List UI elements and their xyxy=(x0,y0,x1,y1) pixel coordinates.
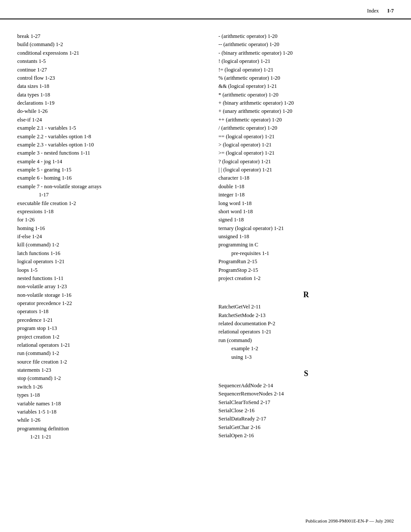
list-item: example 6 - homing 1-16 xyxy=(17,174,193,182)
list-item: ternary (logical operator) 1-21 xyxy=(218,224,394,233)
list-item: relational operators 1-21 xyxy=(218,328,394,336)
list-item: if-else 1-24 xyxy=(17,233,193,241)
list-item: % (arithmetic operator) 1-20 xyxy=(218,74,394,82)
list-item: build (command) 1-2 xyxy=(17,40,193,49)
left-column: break 1-27build (command) 1-2conditional… xyxy=(17,32,199,441)
list-item: ? (logical operator) 1-21 xyxy=(218,158,394,166)
list-item: 1-21 1-21 xyxy=(17,433,193,441)
list-item: character 1-18 xyxy=(218,174,394,182)
list-item: control flow 1-23 xyxy=(17,74,193,82)
list-item: 1-17 xyxy=(17,191,193,199)
page: Index I-7 break 1-27build (command) 1-2c… xyxy=(0,0,411,532)
list-item: example 3 - nested functions 1-11 xyxy=(17,149,193,157)
footer-publication: Publication 2098-PM001E-EN-P — July 2002 xyxy=(305,518,394,523)
list-item: SerialGetChar 2-16 xyxy=(218,423,394,432)
list-item: else-if 1-24 xyxy=(17,116,193,124)
list-item: homing 1-16 xyxy=(17,224,193,233)
list-item: types 1-18 xyxy=(17,391,193,399)
list-item: SerialOpen 2-16 xyxy=(218,432,394,440)
list-item: example 7 - non-volatile storage arrays xyxy=(17,183,193,191)
main-content: break 1-27build (command) 1-2conditional… xyxy=(0,19,411,454)
list-item: integer 1-18 xyxy=(218,191,394,199)
list-item: ! (logical operator) 1-21 xyxy=(218,57,394,65)
left-index-entries: break 1-27build (command) 1-2conditional… xyxy=(17,32,193,441)
list-item: - (binary arithmetic operator) 1-20 xyxy=(218,49,394,57)
list-item: break 1-27 xyxy=(17,32,193,40)
list-item: do-while 1-26 xyxy=(17,107,193,115)
list-item: continue 1-27 xyxy=(17,66,193,74)
list-item: programming definition xyxy=(17,425,193,433)
list-item: | | (logical operator) 1-21 xyxy=(218,166,394,174)
list-item: stop (command) 1-2 xyxy=(17,374,193,383)
list-item: declarations 1-19 xyxy=(17,99,193,107)
list-item: kill (command) 1-2 xyxy=(17,241,193,249)
list-item: for 1-26 xyxy=(17,216,193,224)
list-item: nested functions 1-11 xyxy=(17,274,193,283)
list-item: relational operators 1-21 xyxy=(17,341,193,349)
list-item: example 5 - gearing 1-15 xyxy=(17,166,193,174)
list-item: == (logical operator) 1-21 xyxy=(218,133,394,141)
list-item: unsigned 1-18 xyxy=(218,233,394,241)
right-column: - (arithmetic operator) 1-20-- (arithmet… xyxy=(212,32,394,441)
list-item: variables 1-5 1-18 xyxy=(17,408,193,416)
list-item: example 2.2 - variables option 1-8 xyxy=(17,133,193,141)
list-item: operator precedence 1-22 xyxy=(17,299,193,308)
list-item: double 1-18 xyxy=(218,183,394,191)
list-item: run (command) xyxy=(218,336,394,345)
list-item: long word 1-18 xyxy=(218,199,394,208)
list-item: -- (arithmetic operator) 1-20 xyxy=(218,40,394,49)
list-item: related documentation P-2 xyxy=(218,320,394,328)
list-item: programming in C xyxy=(218,241,394,249)
list-item: while 1-26 xyxy=(17,416,193,424)
list-item: data sizes 1-18 xyxy=(17,82,193,90)
list-item: ProgramStop 2-15 xyxy=(218,266,394,274)
list-item: expressions 1-18 xyxy=(17,208,193,216)
list-item: >= (logical operator) 1-21 xyxy=(218,149,394,157)
list-item: SerialClose 2-16 xyxy=(218,407,394,415)
section-header-r: R xyxy=(218,290,394,299)
list-item: RatchetGetVel 2-11 xyxy=(218,303,394,311)
list-item: pre-requisites 1-1 xyxy=(218,249,394,258)
list-item: SequencerRemoveNodes 2-14 xyxy=(218,390,394,398)
list-item: using 1-3 xyxy=(218,353,394,361)
list-item: loops 1-5 xyxy=(17,266,193,274)
header-index-label: Index xyxy=(367,8,379,14)
list-item: + (binary arithmetic operator) 1-20 xyxy=(218,99,394,107)
list-item: - (arithmetic operator) 1-20 xyxy=(218,32,394,40)
list-item: logical operators 1-21 xyxy=(17,258,193,266)
list-item: SequencerAddNode 2-14 xyxy=(218,382,394,390)
list-item: short word 1-18 xyxy=(218,208,394,216)
list-item: example 2.3 - variables option 1-10 xyxy=(17,141,193,149)
page-footer: Publication 2098-PM001E-EN-P — July 2002 xyxy=(0,518,411,523)
list-item: example 4 - jog 1-14 xyxy=(17,158,193,166)
list-item: constants 1-5 xyxy=(17,57,193,65)
list-item: example 1-2 xyxy=(218,345,394,353)
list-item: non-volatile storage 1-16 xyxy=(17,291,193,299)
list-item: run (command) 1-2 xyxy=(17,349,193,358)
list-item: ProgramRun 2-15 xyxy=(218,258,394,266)
list-item: RatchetSetMode 2-13 xyxy=(218,311,394,320)
list-item: switch 1-26 xyxy=(17,383,193,391)
list-item: ++ (arithmetic operator) 1-20 xyxy=(218,116,394,124)
right-index-entries: - (arithmetic operator) 1-20-- (arithmet… xyxy=(218,32,394,440)
list-item: != (logical operator) 1-21 xyxy=(218,66,394,74)
list-item: operators 1-18 xyxy=(17,308,193,316)
list-item: / (arithmetic operator) 1-20 xyxy=(218,124,394,132)
list-item: source file creation 1-2 xyxy=(17,358,193,366)
page-header: Index I-7 xyxy=(0,0,411,19)
list-item: executable file creation 1-2 xyxy=(17,199,193,208)
list-item: latch functions 1-16 xyxy=(17,249,193,258)
list-item: statements 1-23 xyxy=(17,366,193,374)
section-header-s: S xyxy=(218,369,394,378)
header-page-number: I-7 xyxy=(387,8,394,14)
list-item: project creation 1-2 xyxy=(218,274,394,283)
list-item: precedence 1-21 xyxy=(17,316,193,324)
list-item: SerialDataReady 2-17 xyxy=(218,415,394,423)
list-item: example 2.1 - variables 1-5 xyxy=(17,124,193,132)
list-item: && (logical operator) 1-21 xyxy=(218,82,394,90)
list-item: non-volatile array 1-23 xyxy=(17,283,193,291)
list-item: program stop 1-13 xyxy=(17,324,193,333)
list-item: project creation 1-2 xyxy=(17,333,193,341)
list-item: signed 1-18 xyxy=(218,216,394,224)
list-item: * (arithmetic operator) 1-20 xyxy=(218,91,394,99)
